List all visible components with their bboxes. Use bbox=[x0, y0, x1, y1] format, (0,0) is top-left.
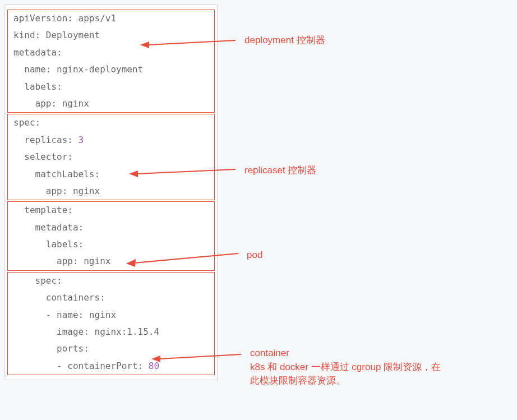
yaml-text: spec: bbox=[13, 117, 40, 128]
yaml-text: metadata: bbox=[13, 222, 84, 233]
yaml-text: labels: bbox=[13, 239, 84, 250]
yaml-line: containers: bbox=[8, 289, 214, 306]
yaml-line: app: nginx bbox=[8, 183, 214, 200]
yaml-line: matchLabels: bbox=[8, 166, 214, 183]
annotation-text: replicaset 控制器 bbox=[244, 165, 316, 176]
yaml-line: - name: nginx bbox=[8, 307, 214, 324]
yaml-line: template: bbox=[8, 202, 214, 219]
yaml-text: app: nginx bbox=[13, 186, 100, 196]
yaml-text: metadata: bbox=[13, 47, 62, 58]
annotation-text: 此模块限制容器资源。 bbox=[250, 374, 497, 385]
yaml-number: 80 bbox=[149, 361, 159, 371]
yaml-line: replicas: 3 bbox=[8, 132, 214, 149]
annotation-text: container bbox=[250, 347, 497, 361]
replicaset-section-box: spec: replicas: 3 selector: matchLabels:… bbox=[7, 114, 215, 200]
yaml-text: containers: bbox=[13, 292, 105, 303]
yaml-text: kind: Deployment bbox=[13, 30, 100, 40]
yaml-line: selector: bbox=[8, 149, 214, 165]
yaml-text: apiVersion: apps/v1 bbox=[13, 13, 116, 24]
yaml-text: template: bbox=[13, 205, 73, 215]
yaml-text: spec: bbox=[13, 275, 62, 286]
annotation-container: container k8s 和 docker 一样通过 cgroup 限制资源，… bbox=[250, 347, 497, 385]
annotation-text: deployment 控制器 bbox=[244, 35, 325, 45]
yaml-line: metadata: bbox=[8, 44, 214, 61]
yaml-text: app: nginx bbox=[13, 256, 110, 266]
yaml-text: selector: bbox=[13, 151, 73, 162]
yaml-line: labels: bbox=[8, 79, 214, 95]
yaml-text: image: nginx:1.15.4 bbox=[13, 326, 159, 337]
yaml-line: image: nginx:1.15.4 bbox=[8, 324, 214, 340]
yaml-text: labels: bbox=[13, 81, 62, 92]
yaml-line: labels: bbox=[8, 236, 214, 253]
yaml-line: app: nginx bbox=[8, 253, 214, 270]
yaml-line: metadata: bbox=[8, 219, 214, 236]
yaml-text: matchLabels: bbox=[13, 169, 100, 179]
annotation-pod: pod bbox=[247, 248, 262, 262]
yaml-line: - containerPort: 80 bbox=[8, 358, 214, 375]
yaml-text: - name: nginx bbox=[13, 310, 116, 320]
yaml-text: name: nginx-deployment bbox=[13, 64, 143, 75]
yaml-line: app: nginx bbox=[8, 95, 214, 112]
yaml-number: 3 bbox=[79, 135, 84, 145]
yaml-text: app: nginx bbox=[13, 98, 89, 109]
yaml-line: kind: Deployment bbox=[8, 27, 214, 44]
yaml-line: ports: bbox=[8, 340, 214, 357]
pod-section-box: template: metadata: labels: app: nginx bbox=[7, 201, 215, 271]
yaml-line: name: nginx-deployment bbox=[8, 61, 214, 78]
yaml-text: ports: bbox=[13, 343, 89, 354]
annotation-replicaset: replicaset 控制器 bbox=[244, 164, 316, 178]
yaml-text: - containerPort: bbox=[13, 361, 149, 371]
annotation-text: pod bbox=[247, 250, 262, 260]
yaml-line: spec: bbox=[8, 114, 214, 131]
yaml-line: spec: bbox=[8, 273, 214, 289]
yaml-line: apiVersion: apps/v1 bbox=[8, 10, 214, 27]
container-section-box: spec: containers: - name: nginx image: n… bbox=[7, 272, 215, 375]
annotation-text: k8s 和 docker 一样通过 cgroup 限制资源，在 bbox=[250, 361, 497, 375]
annotation-deployment: deployment 控制器 bbox=[244, 34, 325, 48]
yaml-code-block: apiVersion: apps/v1 kind: Deployment met… bbox=[4, 4, 218, 380]
yaml-text: replicas: bbox=[13, 135, 79, 145]
deployment-section-box: apiVersion: apps/v1 kind: Deployment met… bbox=[7, 10, 215, 113]
